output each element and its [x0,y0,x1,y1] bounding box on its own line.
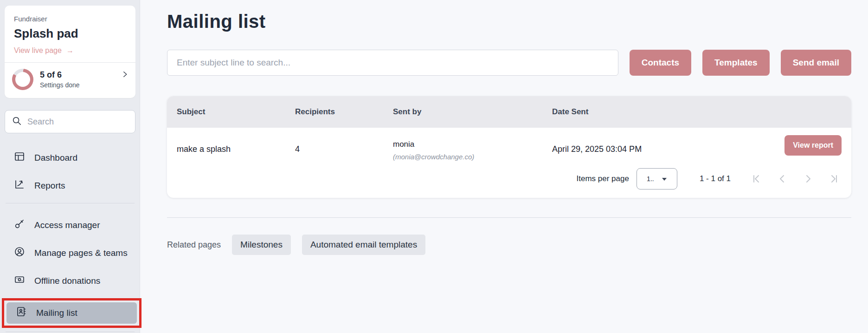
cell-sent-by: monia (monia@crowdchange.co) [393,135,552,161]
sidebar-search-input[interactable] [27,117,129,127]
view-report-button[interactable]: View report [784,135,842,156]
table-row: make a splash 4 monia (monia@crowdchange… [167,128,851,163]
key-icon [14,218,25,232]
menu-divider [6,332,135,332]
section-divider [167,217,851,218]
date-sent-value: April 29, 2025 03:04 PM [552,135,642,154]
table-header-row: Subject Recipients Sent by Date Sent [167,96,851,128]
sidebar-item-label: Offline donations [34,275,100,287]
next-page-icon[interactable] [803,174,813,184]
page-size-value: 1.. [647,175,654,183]
related-chip-milestones[interactable]: Milestones [232,235,291,255]
sidebar-menu: Dashboard Reports Access manager Manage … [5,147,135,332]
previous-page-icon[interactable] [777,174,787,184]
main-content: Mailing list Contacts Templates Send ema… [140,0,868,333]
column-header-recipients: Recipients [295,107,393,117]
view-live-page-link[interactable]: View live page → [14,46,126,55]
related-pages-label: Related pages [167,240,221,250]
sender-email: (monia@crowdchange.co) [393,153,552,161]
sidebar-item-label: Access manager [34,220,100,231]
sidebar-item-mailing-list[interactable]: Mailing list [6,302,137,324]
fundraiser-label: Fundraiser [14,15,126,23]
sender-name: monia [393,135,552,149]
contacts-button[interactable]: Contacts [630,50,691,76]
sidebar-item-label: Mailing list [36,307,77,319]
cell-recipients: 4 [295,135,393,154]
first-page-icon[interactable] [751,174,761,184]
sidebar-item-label: Dashboard [34,152,77,163]
sidebar-item-offline-donations[interactable]: Offline donations [5,270,135,292]
caret-down-icon [662,175,667,183]
progress-ring-icon [12,69,33,90]
items-per-page-label: Items per page [576,174,629,183]
dashboard-icon [14,151,25,165]
send-email-button[interactable]: Send email [781,50,851,76]
annotation-highlight-box: Mailing list [2,298,141,328]
user-circle-icon [14,246,25,260]
line-chart-icon [14,179,25,193]
related-pages-row: Related pages Milestones Automated email… [167,235,851,255]
search-icon [12,116,22,128]
chevron-right-icon[interactable] [121,70,129,80]
settings-progress[interactable]: 5 of 6 Settings done [5,63,135,98]
sidebar-item-label: Reports [34,180,65,191]
related-chip-automated-email-templates[interactable]: Automated email templates [302,235,425,255]
banknote-icon [14,274,25,288]
sidebar-search-box[interactable] [5,110,135,133]
progress-value: 5 of 6 [40,70,80,80]
fundraiser-name: Splash pad [14,26,126,41]
address-book-icon [16,306,27,320]
page-size-select[interactable]: 1.. [637,168,677,189]
progress-caption: Settings done [40,81,80,89]
sidebar: Fundraiser Splash pad View live page → 5… [0,0,140,333]
last-page-icon[interactable] [829,174,839,184]
arrow-right-icon: → [66,46,74,55]
sidebar-item-reports[interactable]: Reports [5,175,135,196]
view-live-page-label: View live page [14,46,62,55]
pagination-bar: Items per page 1.. 1 - 1 of 1 [167,163,851,198]
sidebar-item-manage-pages-teams[interactable]: Manage pages & teams [5,242,135,264]
menu-divider [6,203,135,203]
page-title: Mailing list [167,11,851,32]
column-header-subject: Subject [177,107,295,117]
templates-button[interactable]: Templates [702,50,770,76]
sidebar-item-label: Manage pages & teams [34,248,128,259]
sidebar-item-dashboard[interactable]: Dashboard [5,147,135,169]
column-header-sent-by: Sent by [393,107,552,117]
controls-row: Contacts Templates Send email [167,50,851,76]
column-header-date-sent: Date Sent [552,107,842,117]
cell-subject: make a splash [177,135,295,154]
sidebar-item-access-manager[interactable]: Access manager [5,215,135,236]
fundraiser-card: Fundraiser Splash pad View live page → 5… [5,6,135,98]
cell-date-sent: April 29, 2025 03:04 PM View report [552,135,842,156]
subject-search-input[interactable] [167,50,618,76]
mailing-list-table: Subject Recipients Sent by Date Sent mak… [167,96,851,198]
pagination-range-text: 1 - 1 of 1 [700,174,731,183]
